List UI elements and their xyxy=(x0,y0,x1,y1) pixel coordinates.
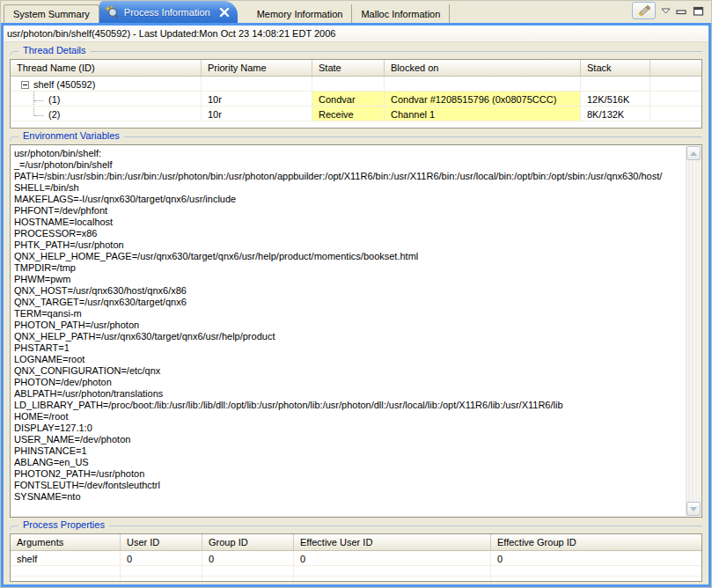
thread-cell xyxy=(581,77,650,91)
col-stack[interactable]: Stack xyxy=(581,60,650,76)
process-cell xyxy=(491,577,701,582)
process-cell xyxy=(294,577,491,582)
thread-name-cell: (1) xyxy=(11,92,202,106)
section-title-process-properties: Process Properties xyxy=(18,519,109,530)
tab-label: Process Information xyxy=(124,7,210,18)
thread-cell: 10r xyxy=(202,92,312,106)
tab-bar: System Summary Process Information Memor… xyxy=(1,1,711,23)
thread-cell: 10r xyxy=(202,107,312,121)
process-cell: 0 xyxy=(121,551,202,565)
process-properties-header: Process Properties xyxy=(10,519,702,533)
process-row[interactable] xyxy=(11,577,701,582)
tab-label: Malloc Information xyxy=(361,9,440,19)
view-menu-icon[interactable] xyxy=(661,8,671,14)
scroll-down-button[interactable] xyxy=(686,502,701,516)
thread-row[interactable]: (1)10rCondvarCondvar #1208515796 (0x0807… xyxy=(11,92,701,107)
environment-variables-header: Environment Variables xyxy=(10,130,702,143)
process-information-view: System Summary Process Information Memor… xyxy=(0,0,712,588)
thread-row[interactable]: shelf (450592) xyxy=(11,77,701,92)
thread-cell xyxy=(385,77,581,91)
highlighter-button[interactable] xyxy=(632,2,656,19)
section-divider xyxy=(10,526,702,530)
environment-variables-text: usr/photon/bin/shelf: _=/usr/photon/bin/… xyxy=(11,145,701,517)
view-toolbar xyxy=(632,2,711,23)
section-divider xyxy=(10,51,702,55)
thread-cell: Receive xyxy=(312,107,385,121)
process-cell xyxy=(294,566,491,576)
scroll-up-icon xyxy=(690,151,697,156)
section-title-thread-details: Thread Details xyxy=(18,45,91,55)
scroll-up-button[interactable] xyxy=(686,146,701,160)
col-effective-group-id[interactable]: Effective Group ID xyxy=(491,534,701,550)
col-priority-name[interactable]: Priority Name xyxy=(202,60,312,76)
process-table-header: Arguments User ID Group ID Effective Use… xyxy=(11,534,701,551)
process-cell: shelf xyxy=(11,551,121,565)
col-state[interactable]: State xyxy=(312,60,385,76)
minimize-icon[interactable] xyxy=(676,6,687,15)
thread-cell: Condvar xyxy=(312,92,385,106)
close-icon[interactable] xyxy=(218,6,231,18)
process-info-icon xyxy=(105,5,120,19)
process-properties-table: Arguments User ID Group ID Effective Use… xyxy=(10,533,702,582)
thread-cell xyxy=(312,77,385,91)
thread-table-header: Thread Name (ID) Priority Name State Blo… xyxy=(11,60,701,77)
scroll-down-icon xyxy=(690,507,697,511)
maximize-icon[interactable] xyxy=(693,6,704,16)
col-effective-user-id[interactable]: Effective User ID xyxy=(294,534,491,550)
tree-branch-icon xyxy=(33,92,45,106)
col-arguments[interactable]: Arguments xyxy=(11,534,121,550)
process-cell xyxy=(121,566,202,576)
thread-cell: 8K/132K xyxy=(581,107,650,121)
thread-details-header: Thread Details xyxy=(10,45,702,58)
tab-system-summary[interactable]: System Summary xyxy=(4,4,99,23)
thread-cell xyxy=(650,107,701,121)
vertical-scrollbar[interactable] xyxy=(686,146,701,516)
view-content: Thread Details Thread Name (ID) Priority… xyxy=(4,42,708,584)
col-group-id[interactable]: Group ID xyxy=(202,534,294,550)
process-cell xyxy=(121,577,202,582)
process-table-body: shelf0000 xyxy=(11,551,701,582)
thread-cell xyxy=(650,77,701,91)
process-cell: 0 xyxy=(491,551,701,565)
environment-variables-box[interactable]: usr/photon/bin/shelf: _=/usr/photon/bin/… xyxy=(10,144,702,518)
process-cell xyxy=(11,566,121,576)
thread-name-cell: (2) xyxy=(11,107,202,121)
process-cell xyxy=(202,566,294,576)
thread-table: Thread Name (ID) Priority Name State Blo… xyxy=(10,59,702,129)
process-row[interactable]: shelf0000 xyxy=(11,551,701,566)
thread-row[interactable]: (2)10rReceiveChannel 18K/132K xyxy=(11,107,701,121)
thread-cell: 12K/516K xyxy=(581,92,650,106)
process-cell: 0 xyxy=(202,551,294,565)
process-row[interactable] xyxy=(11,566,701,577)
thread-name-cell: shelf (450592) xyxy=(11,77,202,91)
tree-branch-icon xyxy=(33,107,45,121)
view-body: usr/photon/bin/shelf(450592) - Last Upda… xyxy=(1,23,711,587)
thread-cell xyxy=(202,77,312,91)
tab-label: Memory Information xyxy=(257,9,343,19)
process-cell xyxy=(491,566,701,576)
tab-process-information[interactable]: Process Information xyxy=(99,1,238,23)
col-user-id[interactable]: User ID xyxy=(121,534,202,550)
process-cell xyxy=(202,577,294,582)
tree-collapse-icon[interactable] xyxy=(21,81,29,89)
tab-malloc-information[interactable]: Malloc Information xyxy=(352,4,450,23)
thread-cell: Condvar #1208515796 (0x08075CCC) xyxy=(385,92,581,106)
tab-memory-information[interactable]: Memory Information xyxy=(248,4,353,23)
thread-cell xyxy=(650,92,701,106)
section-title-environment-variables: Environment Variables xyxy=(18,130,124,141)
process-title: usr/photon/bin/shelf(450592) - Last Upda… xyxy=(4,26,708,42)
tab-label: System Summary xyxy=(13,9,90,19)
highlighter-icon xyxy=(636,4,652,17)
col-blocked-on[interactable]: Blocked on xyxy=(385,60,581,76)
process-cell xyxy=(11,577,121,582)
thread-cell: Channel 1 xyxy=(385,107,581,121)
thread-table-body: shelf (450592)(1)10rCondvarCondvar #1208… xyxy=(11,77,701,121)
process-cell: 0 xyxy=(294,551,491,565)
col-thread-name[interactable]: Thread Name (ID) xyxy=(11,60,202,76)
col-filler xyxy=(650,60,701,76)
